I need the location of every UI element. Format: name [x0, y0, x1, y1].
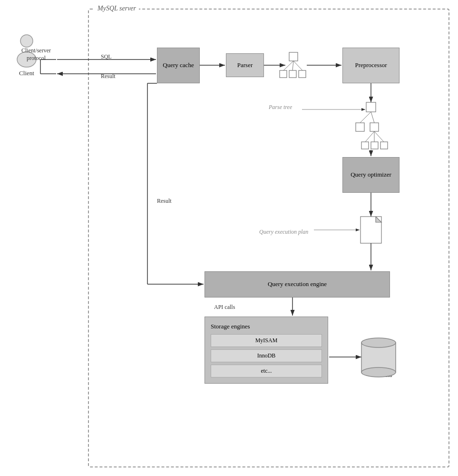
- query-cache-label: Query cache: [163, 61, 194, 69]
- preprocessor-label: Preprocessor: [355, 61, 387, 69]
- result-top-label: Result: [101, 73, 116, 80]
- engine-etc: etc...: [211, 365, 322, 377]
- main-container: MySQL server Client Client/serverprotoco…: [0, 0, 458, 476]
- preprocessor-box: Preprocessor: [342, 48, 400, 83]
- client-label: Client: [19, 69, 34, 77]
- parse-tree-label: Parse tree: [269, 104, 292, 111]
- sql-label: SQL: [101, 53, 112, 60]
- query-execution-engine-box: Query execution engine: [205, 271, 390, 298]
- query-execution-engine-label: Query execution engine: [268, 280, 327, 288]
- query-exec-plan-label: Query execution plan: [259, 228, 308, 236]
- result-left-label: Result: [157, 198, 172, 205]
- storage-engines-box: Storage engines MyISAM InnoDB etc...: [205, 317, 328, 384]
- query-optimizer-label: Query optimizer: [351, 171, 391, 179]
- query-cache-box: Query cache: [157, 48, 200, 83]
- protocol-label: Client/serverprotocol: [15, 47, 57, 62]
- engine-innodb: InnoDB: [211, 349, 322, 362]
- mysql-server-label: MySQL server: [95, 5, 139, 12]
- api-calls-label: API calls: [214, 304, 235, 311]
- engine-myisam: MyISAM: [211, 334, 322, 347]
- parser-label: Parser: [237, 61, 253, 69]
- svg-point-0: [20, 35, 33, 47]
- query-optimizer-box: Query optimizer: [342, 157, 400, 193]
- parser-box: Parser: [226, 53, 264, 77]
- storage-engines-title: Storage engines: [211, 323, 322, 330]
- data-label: Data: [380, 371, 392, 379]
